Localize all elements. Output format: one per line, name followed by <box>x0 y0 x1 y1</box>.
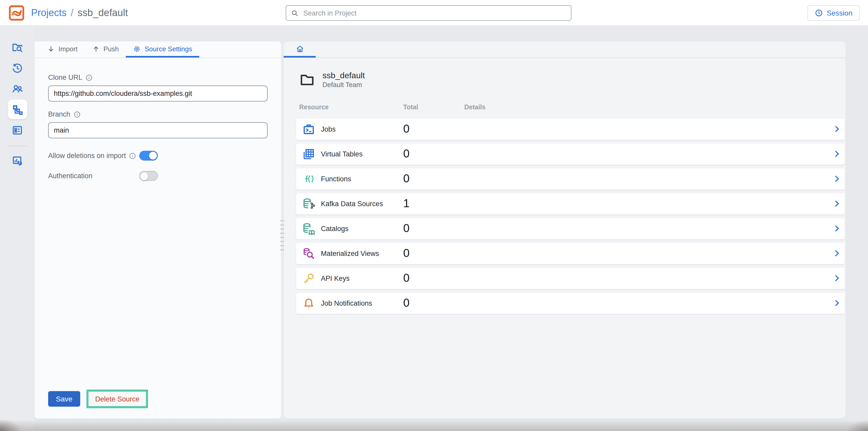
column-total: Total <box>403 104 418 111</box>
form-actions: Save Delete Source <box>48 390 148 408</box>
api-keys-icon <box>302 272 315 285</box>
project-overview-panel: ssb_default Default Team Resource Total … <box>284 41 846 419</box>
breadcrumb-separator: / <box>71 7 73 19</box>
job-notifications-icon <box>302 297 315 310</box>
save-button[interactable]: Save <box>48 391 80 407</box>
chevron-right-icon[interactable] <box>832 199 841 208</box>
chevron-right-icon[interactable] <box>832 224 841 233</box>
project-search[interactable] <box>286 5 571 21</box>
table-row[interactable]: Virtual Tables0 <box>296 143 845 165</box>
api-keys-icon <box>302 272 315 285</box>
chevron-right-icon[interactable] <box>832 150 841 159</box>
table-row[interactable]: Kafka Data Sources1 <box>296 193 845 214</box>
chevron-right-icon[interactable] <box>832 299 841 308</box>
folder-icon <box>299 72 315 88</box>
session-button[interactable]: Session <box>807 5 860 21</box>
chevron-right-icon[interactable] <box>832 125 841 134</box>
breadcrumb: Projects / ssb_default <box>31 7 128 19</box>
functions-icon <box>302 173 315 185</box>
table-row[interactable]: Job Notifications0 <box>296 293 845 314</box>
chevron-right-icon[interactable] <box>832 274 841 283</box>
resource-table-header: Resource Total Details <box>284 104 846 112</box>
tab-push[interactable]: Push <box>85 41 126 58</box>
jobs-icon <box>302 123 315 136</box>
table-row[interactable]: Materialized Views0 <box>296 243 845 264</box>
sidebar-item-history[interactable] <box>7 58 27 78</box>
resources-icon <box>11 124 23 136</box>
search-input[interactable] <box>302 8 566 17</box>
source-control-icon <box>11 103 23 115</box>
tab-import-label: Import <box>59 45 78 53</box>
catalogs-icon <box>302 222 315 235</box>
resource-total: 0 <box>403 147 410 161</box>
home-icon <box>295 44 304 53</box>
tab-home[interactable] <box>284 41 316 58</box>
project-name: ssb_default <box>322 70 365 81</box>
table-row[interactable]: Catalogs0 <box>296 218 845 239</box>
functions-icon <box>302 173 315 185</box>
resource-label: Materialized Views <box>321 250 379 257</box>
chevron-right-icon[interactable] <box>832 249 841 258</box>
allow-deletions-toggle[interactable] <box>139 151 158 161</box>
source-control-panel: Import Push Source Settings Clone URL Br… <box>35 41 281 419</box>
cloudera-ssb-logo-icon[interactable] <box>8 4 25 21</box>
top-header: Projects / ssb_default Session <box>0 0 868 26</box>
toggle-knob <box>140 172 148 180</box>
branch-input[interactable] <box>48 122 268 138</box>
resource-label: Virtual Tables <box>321 150 363 158</box>
project-header: ssb_default Default Team <box>284 58 846 90</box>
delete-source-button[interactable]: Delete Source <box>89 392 146 406</box>
clock-icon <box>815 8 823 17</box>
virtual-tables-icon <box>302 148 315 161</box>
allow-deletions-label: Allow deletions on import <box>48 152 126 160</box>
resource-table: Jobs0 Virtual Tables0 Functions0 Kafka D… <box>296 119 846 314</box>
allow-deletions-row: Allow deletions on import <box>48 151 268 161</box>
resource-label: Job Notifications <box>321 299 372 307</box>
resource-total: 0 <box>403 296 410 310</box>
teams-icon <box>11 83 23 94</box>
table-row[interactable]: Functions0 <box>296 168 845 190</box>
info-icon[interactable] <box>85 74 93 81</box>
resource-total: 0 <box>403 122 410 136</box>
window-bottom-shadow <box>0 420 868 431</box>
chevron-right-icon[interactable] <box>832 175 841 183</box>
rail-divider <box>8 146 27 146</box>
resource-total: 0 <box>403 272 410 285</box>
resource-label: API Keys <box>321 275 350 282</box>
toggle-knob <box>149 152 157 160</box>
breadcrumb-projects-link[interactable]: Projects <box>31 7 66 19</box>
history-icon <box>11 62 23 74</box>
ssb-app: Projects / ssb_default Session <box>0 0 868 431</box>
authentication-row: Authentication <box>48 171 268 181</box>
panel-splitter[interactable] <box>281 41 284 419</box>
explorer-icon <box>11 41 23 53</box>
sidebar-item-monitoring[interactable] <box>7 151 27 170</box>
overview-tabs <box>284 41 846 58</box>
column-resource: Resource <box>299 104 329 111</box>
tab-import[interactable]: Import <box>40 41 85 58</box>
materialized-views-icon <box>302 247 315 260</box>
sidebar-item-resources[interactable] <box>7 120 27 140</box>
sidebar-item-source-control[interactable] <box>7 99 27 119</box>
column-details: Details <box>464 104 486 111</box>
authentication-label: Authentication <box>48 172 92 180</box>
authentication-toggle[interactable] <box>139 171 158 181</box>
sidebar-item-teams[interactable] <box>7 79 27 98</box>
branch-label: Branch <box>48 110 70 118</box>
tab-push-label: Push <box>103 45 119 53</box>
source-control-tabs: Import Push Source Settings <box>35 41 281 58</box>
breadcrumb-current-project: ssb_default <box>78 7 128 19</box>
table-row[interactable]: Jobs0 <box>296 119 845 140</box>
table-row[interactable]: API Keys0 <box>296 268 845 289</box>
job-notifications-icon <box>302 297 315 310</box>
project-team: Default Team <box>322 81 365 90</box>
clone-url-input[interactable] <box>48 85 268 102</box>
session-button-label: Session <box>827 8 852 17</box>
tab-source-settings-label: Source Settings <box>145 45 192 53</box>
info-icon[interactable] <box>129 152 136 159</box>
left-icon-rail <box>0 26 35 431</box>
resource-total: 1 <box>403 197 410 210</box>
tab-source-settings[interactable]: Source Settings <box>126 41 199 58</box>
info-icon[interactable] <box>73 111 81 118</box>
sidebar-item-project-explorer[interactable] <box>7 37 27 57</box>
